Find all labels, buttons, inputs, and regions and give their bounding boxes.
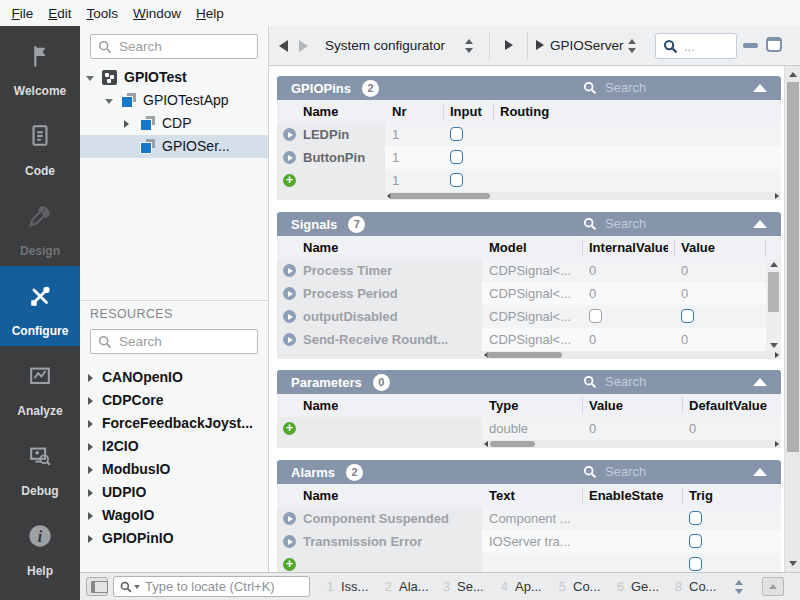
expand-row-icon[interactable] [283, 128, 296, 141]
row-name[interactable]: Component Suspended [277, 507, 482, 530]
output-pane-tab-1[interactable]: 1Iss... [324, 573, 382, 600]
checkbox[interactable] [689, 557, 702, 571]
activity-item-code[interactable]: Code [0, 106, 80, 186]
column-header[interactable]: Name [303, 240, 338, 255]
expand-row-icon[interactable] [283, 512, 296, 525]
scroll-right-icon[interactable] [775, 441, 779, 447]
menu-edit[interactable]: Edit [41, 6, 79, 21]
column-header[interactable]: Name [303, 488, 338, 503]
table-row[interactable] [385, 169, 781, 192]
activity-item-debug[interactable]: Debug [0, 426, 80, 506]
scroll-up-icon[interactable] [770, 262, 778, 267]
checkbox[interactable] [450, 173, 463, 187]
scrollbar-thumb[interactable] [768, 272, 779, 312]
nav-into-button[interactable] [505, 40, 513, 50]
resource-item-wagoio[interactable]: WagoIO [80, 504, 268, 527]
menu-window[interactable]: Window [126, 6, 189, 21]
caret-right-icon[interactable] [88, 489, 93, 497]
activity-item-configure[interactable]: Configure [0, 266, 80, 346]
column-header[interactable]: Input [450, 104, 487, 119]
back-button[interactable] [279, 40, 288, 52]
scroll-right-icon[interactable] [775, 193, 779, 199]
caret-right-icon[interactable] [88, 420, 93, 428]
column-header[interactable]: Value [681, 240, 759, 255]
checkbox[interactable] [450, 150, 463, 164]
pane-sort-icon[interactable] [735, 580, 743, 594]
caret-right-icon[interactable] [88, 374, 93, 382]
pane-expand-button[interactable] [762, 577, 784, 596]
row-name[interactable]: + [277, 553, 482, 572]
add-row-icon[interactable]: + [283, 422, 296, 435]
breadcrumb-arrows-icon[interactable] [628, 39, 636, 53]
resources-search-input[interactable]: Search [90, 329, 258, 354]
scrollbar-thumb[interactable] [390, 193, 490, 199]
resource-item-canopenio[interactable]: CANOpenIO [80, 366, 268, 389]
expand-row-icon[interactable] [283, 264, 296, 277]
row-name[interactable]: Transmission Error [277, 530, 482, 553]
checkbox[interactable] [689, 511, 702, 525]
checkbox[interactable] [450, 127, 463, 141]
minimize-panel-button[interactable] [743, 43, 758, 48]
column-header[interactable]: EnableState [589, 488, 676, 503]
column-header[interactable]: Routing [500, 104, 775, 119]
resource-item-forcefeedbackjoyst[interactable]: ForceFeedbackJoyst... [80, 412, 268, 435]
caret-right-icon[interactable] [88, 512, 93, 520]
collapse-section-icon[interactable] [753, 378, 767, 386]
scroll-right-icon[interactable] [775, 352, 779, 358]
caret-right-icon[interactable] [124, 120, 129, 128]
section-search-input[interactable]: Search [583, 464, 646, 479]
tree-node-gpiotest[interactable]: GPIOTest [80, 66, 268, 89]
column-header[interactable]: Value [589, 398, 676, 413]
add-row-icon[interactable]: + [283, 174, 296, 187]
activity-item-welcome[interactable]: Welcome [0, 26, 80, 106]
caret-right-icon[interactable] [88, 466, 93, 474]
menu-tools[interactable]: Tools [79, 6, 126, 21]
tree-node-cdp[interactable]: CDP [80, 112, 268, 135]
collapse-section-icon[interactable] [753, 468, 767, 476]
table-row[interactable] [385, 123, 781, 146]
row-name[interactable]: ButtonPin [277, 146, 385, 169]
collapse-section-icon[interactable] [753, 84, 767, 92]
row-name[interactable]: Process Period [277, 282, 482, 305]
expand-row-icon[interactable] [283, 535, 296, 548]
checkbox[interactable] [681, 309, 694, 323]
output-pane-tab-3[interactable]: 3Se... [440, 573, 498, 600]
caret-down-icon[interactable] [86, 76, 94, 81]
table-row[interactable] [385, 146, 781, 169]
resource-item-i2cio[interactable]: I2CIO [80, 435, 268, 458]
scrollbar-thumb[interactable] [787, 82, 799, 452]
scroll-down-icon[interactable] [789, 561, 797, 566]
caret-right-icon[interactable] [88, 535, 93, 543]
row-name[interactable]: + [277, 169, 385, 192]
toolbar-search-input[interactable]: ... [655, 33, 737, 59]
expand-row-icon[interactable] [283, 310, 296, 323]
float-panel-button[interactable] [766, 37, 782, 52]
mode-selector[interactable]: System configurator [325, 38, 445, 53]
table-vertical-scrollbar[interactable] [766, 259, 781, 351]
resource-item-modbusio[interactable]: ModbusIO [80, 458, 268, 481]
column-header[interactable]: Name [303, 104, 338, 119]
column-header[interactable]: Type [489, 398, 576, 413]
activity-item-analyze[interactable]: Analyze [0, 346, 80, 426]
tree-node-gpioser[interactable]: GPIOSer... [80, 135, 268, 158]
output-pane-tab-2[interactable]: 2Ala... [382, 573, 440, 600]
main-scrollbar[interactable] [784, 66, 800, 572]
table-row[interactable] [482, 553, 781, 572]
column-header[interactable]: Trig [689, 488, 775, 503]
row-name[interactable]: outputDisabled [277, 305, 482, 328]
menu-file[interactable]: File [4, 6, 41, 21]
scroll-up-icon[interactable] [789, 72, 797, 77]
column-header[interactable]: Text [489, 488, 576, 503]
project-search-input[interactable]: Search [90, 34, 258, 59]
row-name[interactable]: LEDPin [277, 123, 385, 146]
horizontal-scrollbar[interactable] [482, 351, 781, 359]
scroll-down-icon[interactable] [770, 343, 778, 348]
expand-row-icon[interactable] [283, 151, 296, 164]
column-header[interactable]: Model [489, 240, 576, 255]
output-pane-tab-5[interactable]: 5Co... [556, 573, 614, 600]
checkbox[interactable] [689, 534, 702, 548]
section-search-input[interactable]: Search [583, 374, 646, 389]
output-pane-tab-8[interactable]: 8Co... [672, 573, 730, 600]
column-header[interactable]: DefaultValue [689, 398, 775, 413]
scrollbar-thumb[interactable] [487, 352, 562, 358]
